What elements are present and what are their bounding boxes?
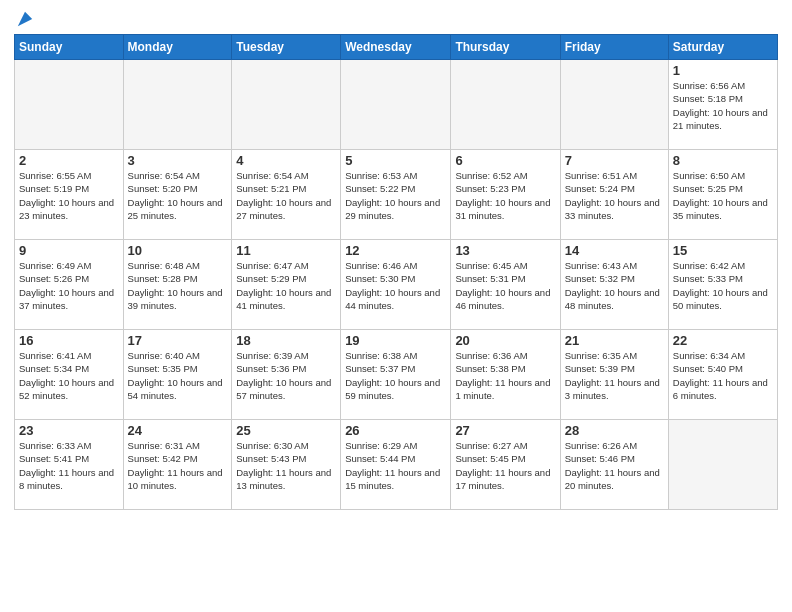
day-info: Sunrise: 6:48 AM Sunset: 5:28 PM Dayligh… [128, 259, 228, 312]
calendar-cell: 14Sunrise: 6:43 AM Sunset: 5:32 PM Dayli… [560, 240, 668, 330]
day-info: Sunrise: 6:52 AM Sunset: 5:23 PM Dayligh… [455, 169, 555, 222]
weekday-header-tuesday: Tuesday [232, 35, 341, 60]
calendar-cell: 25Sunrise: 6:30 AM Sunset: 5:43 PM Dayli… [232, 420, 341, 510]
day-info: Sunrise: 6:39 AM Sunset: 5:36 PM Dayligh… [236, 349, 336, 402]
day-info: Sunrise: 6:54 AM Sunset: 5:21 PM Dayligh… [236, 169, 336, 222]
day-info: Sunrise: 6:46 AM Sunset: 5:30 PM Dayligh… [345, 259, 446, 312]
day-number: 22 [673, 333, 773, 348]
day-number: 20 [455, 333, 555, 348]
calendar-cell [15, 60, 124, 150]
day-number: 7 [565, 153, 664, 168]
day-number: 6 [455, 153, 555, 168]
day-info: Sunrise: 6:35 AM Sunset: 5:39 PM Dayligh… [565, 349, 664, 402]
weekday-header-row: SundayMondayTuesdayWednesdayThursdayFrid… [15, 35, 778, 60]
day-info: Sunrise: 6:29 AM Sunset: 5:44 PM Dayligh… [345, 439, 446, 492]
calendar-cell [123, 60, 232, 150]
day-info: Sunrise: 6:30 AM Sunset: 5:43 PM Dayligh… [236, 439, 336, 492]
calendar-cell [341, 60, 451, 150]
calendar-cell: 23Sunrise: 6:33 AM Sunset: 5:41 PM Dayli… [15, 420, 124, 510]
calendar-cell: 15Sunrise: 6:42 AM Sunset: 5:33 PM Dayli… [668, 240, 777, 330]
logo [14, 14, 34, 28]
calendar-cell: 18Sunrise: 6:39 AM Sunset: 5:36 PM Dayli… [232, 330, 341, 420]
day-info: Sunrise: 6:26 AM Sunset: 5:46 PM Dayligh… [565, 439, 664, 492]
day-number: 10 [128, 243, 228, 258]
day-number: 1 [673, 63, 773, 78]
calendar-week-row: 2Sunrise: 6:55 AM Sunset: 5:19 PM Daylig… [15, 150, 778, 240]
calendar-cell: 13Sunrise: 6:45 AM Sunset: 5:31 PM Dayli… [451, 240, 560, 330]
day-number: 27 [455, 423, 555, 438]
day-number: 25 [236, 423, 336, 438]
calendar-cell [560, 60, 668, 150]
calendar-cell: 17Sunrise: 6:40 AM Sunset: 5:35 PM Dayli… [123, 330, 232, 420]
day-info: Sunrise: 6:27 AM Sunset: 5:45 PM Dayligh… [455, 439, 555, 492]
day-number: 12 [345, 243, 446, 258]
svg-marker-0 [18, 12, 32, 26]
page: SundayMondayTuesdayWednesdayThursdayFrid… [0, 0, 792, 612]
calendar-cell: 22Sunrise: 6:34 AM Sunset: 5:40 PM Dayli… [668, 330, 777, 420]
day-number: 9 [19, 243, 119, 258]
logo-icon [16, 10, 34, 28]
day-info: Sunrise: 6:50 AM Sunset: 5:25 PM Dayligh… [673, 169, 773, 222]
day-info: Sunrise: 6:43 AM Sunset: 5:32 PM Dayligh… [565, 259, 664, 312]
calendar-cell: 27Sunrise: 6:27 AM Sunset: 5:45 PM Dayli… [451, 420, 560, 510]
day-info: Sunrise: 6:42 AM Sunset: 5:33 PM Dayligh… [673, 259, 773, 312]
day-number: 17 [128, 333, 228, 348]
calendar: SundayMondayTuesdayWednesdayThursdayFrid… [14, 34, 778, 510]
day-number: 11 [236, 243, 336, 258]
day-number: 19 [345, 333, 446, 348]
day-info: Sunrise: 6:47 AM Sunset: 5:29 PM Dayligh… [236, 259, 336, 312]
day-info: Sunrise: 6:38 AM Sunset: 5:37 PM Dayligh… [345, 349, 446, 402]
calendar-cell [451, 60, 560, 150]
day-info: Sunrise: 6:36 AM Sunset: 5:38 PM Dayligh… [455, 349, 555, 402]
calendar-cell: 16Sunrise: 6:41 AM Sunset: 5:34 PM Dayli… [15, 330, 124, 420]
day-info: Sunrise: 6:51 AM Sunset: 5:24 PM Dayligh… [565, 169, 664, 222]
weekday-header-friday: Friday [560, 35, 668, 60]
day-info: Sunrise: 6:40 AM Sunset: 5:35 PM Dayligh… [128, 349, 228, 402]
day-number: 21 [565, 333, 664, 348]
calendar-cell: 8Sunrise: 6:50 AM Sunset: 5:25 PM Daylig… [668, 150, 777, 240]
weekday-header-monday: Monday [123, 35, 232, 60]
day-number: 5 [345, 153, 446, 168]
calendar-cell: 6Sunrise: 6:52 AM Sunset: 5:23 PM Daylig… [451, 150, 560, 240]
calendar-cell: 9Sunrise: 6:49 AM Sunset: 5:26 PM Daylig… [15, 240, 124, 330]
calendar-week-row: 23Sunrise: 6:33 AM Sunset: 5:41 PM Dayli… [15, 420, 778, 510]
day-number: 14 [565, 243, 664, 258]
calendar-cell: 26Sunrise: 6:29 AM Sunset: 5:44 PM Dayli… [341, 420, 451, 510]
day-info: Sunrise: 6:33 AM Sunset: 5:41 PM Dayligh… [19, 439, 119, 492]
weekday-header-wednesday: Wednesday [341, 35, 451, 60]
day-number: 18 [236, 333, 336, 348]
calendar-cell: 19Sunrise: 6:38 AM Sunset: 5:37 PM Dayli… [341, 330, 451, 420]
day-number: 15 [673, 243, 773, 258]
calendar-cell: 1Sunrise: 6:56 AM Sunset: 5:18 PM Daylig… [668, 60, 777, 150]
calendar-week-row: 1Sunrise: 6:56 AM Sunset: 5:18 PM Daylig… [15, 60, 778, 150]
calendar-cell: 4Sunrise: 6:54 AM Sunset: 5:21 PM Daylig… [232, 150, 341, 240]
calendar-week-row: 9Sunrise: 6:49 AM Sunset: 5:26 PM Daylig… [15, 240, 778, 330]
calendar-week-row: 16Sunrise: 6:41 AM Sunset: 5:34 PM Dayli… [15, 330, 778, 420]
header [14, 10, 778, 28]
weekday-header-sunday: Sunday [15, 35, 124, 60]
day-number: 8 [673, 153, 773, 168]
calendar-cell [668, 420, 777, 510]
day-number: 26 [345, 423, 446, 438]
calendar-cell: 11Sunrise: 6:47 AM Sunset: 5:29 PM Dayli… [232, 240, 341, 330]
day-info: Sunrise: 6:54 AM Sunset: 5:20 PM Dayligh… [128, 169, 228, 222]
day-info: Sunrise: 6:53 AM Sunset: 5:22 PM Dayligh… [345, 169, 446, 222]
day-number: 24 [128, 423, 228, 438]
day-info: Sunrise: 6:41 AM Sunset: 5:34 PM Dayligh… [19, 349, 119, 402]
day-info: Sunrise: 6:56 AM Sunset: 5:18 PM Dayligh… [673, 79, 773, 132]
day-number: 13 [455, 243, 555, 258]
calendar-cell: 20Sunrise: 6:36 AM Sunset: 5:38 PM Dayli… [451, 330, 560, 420]
calendar-cell: 24Sunrise: 6:31 AM Sunset: 5:42 PM Dayli… [123, 420, 232, 510]
calendar-cell: 7Sunrise: 6:51 AM Sunset: 5:24 PM Daylig… [560, 150, 668, 240]
day-number: 28 [565, 423, 664, 438]
calendar-cell: 28Sunrise: 6:26 AM Sunset: 5:46 PM Dayli… [560, 420, 668, 510]
calendar-cell: 5Sunrise: 6:53 AM Sunset: 5:22 PM Daylig… [341, 150, 451, 240]
calendar-cell: 3Sunrise: 6:54 AM Sunset: 5:20 PM Daylig… [123, 150, 232, 240]
day-number: 2 [19, 153, 119, 168]
weekday-header-saturday: Saturday [668, 35, 777, 60]
day-number: 16 [19, 333, 119, 348]
day-info: Sunrise: 6:49 AM Sunset: 5:26 PM Dayligh… [19, 259, 119, 312]
day-number: 23 [19, 423, 119, 438]
weekday-header-thursday: Thursday [451, 35, 560, 60]
calendar-cell: 10Sunrise: 6:48 AM Sunset: 5:28 PM Dayli… [123, 240, 232, 330]
